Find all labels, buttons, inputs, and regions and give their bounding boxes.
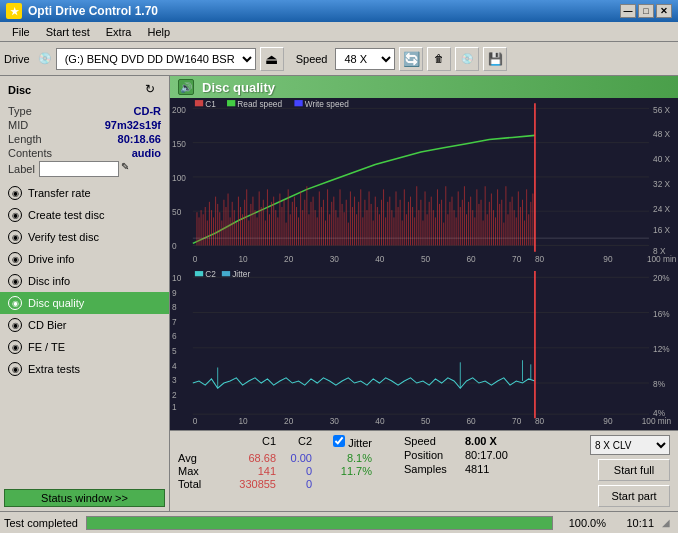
create-test-disc-label: Create test disc: [28, 209, 104, 221]
label-input[interactable]: [39, 161, 119, 177]
speed-mode-dropdown[interactable]: 8 X CLV: [590, 435, 670, 455]
svg-text:20: 20: [284, 254, 294, 264]
dq-icon: 🔊: [178, 79, 194, 95]
svg-text:Read speed: Read speed: [237, 99, 282, 109]
svg-text:0: 0: [172, 241, 177, 251]
position-label: Position: [404, 449, 459, 461]
disc-quality-icon: ◉: [8, 296, 22, 310]
nav-items: ◉ Transfer rate ◉ Create test disc ◉ Ver…: [0, 182, 169, 380]
disc-info-icon: ◉: [8, 274, 22, 288]
verify-test-disc-label: Verify test disc: [28, 231, 99, 243]
disc-button[interactable]: 💿: [455, 47, 479, 71]
total-label: Total: [178, 478, 220, 490]
sidebar-item-disc-quality[interactable]: ◉ Disc quality: [0, 292, 169, 314]
menu-extra[interactable]: Extra: [98, 24, 140, 40]
svg-text:16%: 16%: [653, 309, 670, 319]
refresh-button[interactable]: 🔄: [399, 47, 423, 71]
svg-text:6: 6: [172, 332, 177, 342]
progress-bar: [86, 516, 553, 530]
svg-text:80: 80: [535, 417, 545, 427]
drive-dropdown[interactable]: (G:) BENQ DVD DD DW1640 BSRB: [56, 48, 256, 70]
disc-refresh-icon[interactable]: ↻: [145, 82, 161, 98]
svg-text:C2: C2: [205, 270, 216, 280]
svg-text:50: 50: [421, 417, 431, 427]
position-value: 80:17.00: [465, 449, 508, 461]
sidebar-item-fe-te[interactable]: ◉ FE / TE: [0, 336, 169, 358]
svg-text:70: 70: [512, 254, 522, 264]
svg-text:80: 80: [535, 254, 545, 264]
svg-text:0: 0: [193, 417, 198, 427]
label-edit-icon[interactable]: ✎: [121, 161, 137, 177]
svg-text:9: 9: [172, 288, 177, 298]
toolbar: Drive 💿 (G:) BENQ DVD DD DW1640 BSRB ⏏ S…: [0, 42, 678, 76]
content-area: 🔊 Disc quality 200 150 100 50 0 56 X 48 …: [170, 76, 678, 511]
total-jitter: [312, 478, 372, 490]
type-label: Type: [8, 105, 32, 117]
svg-text:7: 7: [172, 317, 177, 327]
svg-text:10: 10: [238, 417, 248, 427]
sidebar-item-verify-test-disc[interactable]: ◉ Verify test disc: [0, 226, 169, 248]
svg-text:16 X: 16 X: [653, 225, 670, 235]
avg-c1: 68.68: [220, 452, 276, 464]
create-test-disc-icon: ◉: [8, 208, 22, 222]
speed-dropdown[interactable]: 48 X: [335, 48, 395, 70]
sidebar-item-disc-info[interactable]: ◉ Disc info: [0, 270, 169, 292]
fe-te-icon: ◉: [8, 340, 22, 354]
svg-text:0: 0: [193, 254, 198, 264]
samples-label: Samples: [404, 463, 459, 475]
svg-text:8%: 8%: [653, 379, 666, 389]
cd-bier-label: CD Bier: [28, 319, 67, 331]
extra-tests-label: Extra tests: [28, 363, 80, 375]
svg-rect-30: [227, 100, 235, 106]
sidebar-item-extra-tests[interactable]: ◉ Extra tests: [0, 358, 169, 380]
menu-help[interactable]: Help: [139, 24, 178, 40]
svg-text:50: 50: [421, 254, 431, 264]
disc-section: Disc ↻ Type CD-R MID 97m32s19f Length 80…: [0, 76, 169, 182]
svg-text:3: 3: [172, 375, 177, 385]
save-button[interactable]: 💾: [483, 47, 507, 71]
menu-start-test[interactable]: Start test: [38, 24, 98, 40]
jitter-checkbox[interactable]: [333, 435, 345, 447]
start-full-button[interactable]: Start full: [598, 459, 670, 481]
sidebar-item-cd-bier[interactable]: ◉ CD Bier: [0, 314, 169, 336]
svg-rect-230: [195, 271, 203, 276]
drive-selector[interactable]: 💿 (G:) BENQ DVD DD DW1640 BSRB ⏏: [38, 47, 284, 71]
svg-text:10: 10: [238, 254, 248, 264]
contents-label: Contents: [8, 147, 52, 159]
resize-icon: ◢: [662, 517, 674, 528]
svg-text:90: 90: [603, 254, 613, 264]
svg-text:Write speed: Write speed: [305, 99, 349, 109]
c2-header: C2: [276, 435, 312, 449]
app-title: Opti Drive Control 1.70: [28, 4, 158, 18]
sidebar-item-create-test-disc[interactable]: ◉ Create test disc: [0, 204, 169, 226]
status-window-button[interactable]: Status window >>: [4, 489, 165, 507]
total-c1: 330855: [220, 478, 276, 490]
svg-text:60: 60: [467, 254, 477, 264]
start-part-button[interactable]: Start part: [598, 485, 670, 507]
close-button[interactable]: ✕: [656, 4, 672, 18]
svg-text:30: 30: [330, 254, 340, 264]
svg-text:10: 10: [172, 274, 182, 284]
svg-text:40: 40: [375, 417, 385, 427]
fe-te-label: FE / TE: [28, 341, 65, 353]
progress-percentage: 100.0%: [561, 517, 606, 529]
svg-text:50: 50: [172, 207, 182, 217]
svg-text:100 min: 100 min: [642, 417, 672, 427]
samples-value: 4811: [465, 463, 489, 475]
sidebar-item-drive-info[interactable]: ◉ Drive info: [0, 248, 169, 270]
svg-text:90: 90: [603, 417, 613, 427]
clear-button[interactable]: 🗑: [427, 47, 451, 71]
extra-tests-icon: ◉: [8, 362, 22, 376]
statusbar: Test completed 100.0% 10:11 ◢: [0, 511, 678, 533]
avg-label: Avg: [178, 452, 220, 464]
drive-eject-button[interactable]: ⏏: [260, 47, 284, 71]
max-label: Max: [178, 465, 220, 477]
charts-container: 200 150 100 50 0 56 X 48 X 40 X 32 X 24 …: [170, 98, 678, 430]
menubar: File Start test Extra Help: [0, 22, 678, 42]
minimize-button[interactable]: —: [620, 4, 636, 18]
svg-text:24 X: 24 X: [653, 204, 670, 214]
sidebar-item-transfer-rate[interactable]: ◉ Transfer rate: [0, 182, 169, 204]
maximize-button[interactable]: □: [638, 4, 654, 18]
svg-text:200: 200: [172, 105, 186, 115]
menu-file[interactable]: File: [4, 24, 38, 40]
